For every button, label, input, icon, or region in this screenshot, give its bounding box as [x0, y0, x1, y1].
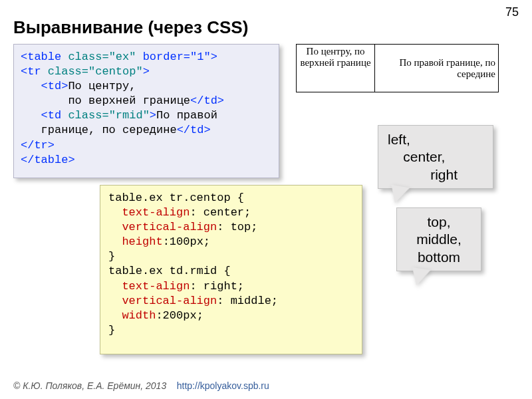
code-frag: > [150, 109, 156, 122]
code-frag: table.ex tr.centop { [108, 192, 244, 204]
code-frag: :200px; [156, 309, 203, 322]
callout-pointer [388, 185, 410, 205]
code-frag: </td> [190, 94, 224, 107]
slide-title: Выравнивание (через CSS) [13, 17, 248, 38]
code-frag: границе, по середине [21, 124, 177, 136]
code-frag: <td> [21, 80, 68, 92]
footer-authors: © К.Ю. Поляков, Е.А. Ерёмин, 2013 [13, 380, 166, 391]
code-frag: По центру, [68, 80, 136, 92]
code-frag [108, 309, 122, 322]
footer-url: http://kpolyakov.spb.ru [177, 380, 269, 391]
code-frag: text-align [122, 280, 190, 293]
code-frag: : top; [217, 221, 257, 233]
callout-pointer [410, 267, 430, 287]
code-frag: : center; [190, 206, 251, 219]
code-frag [108, 221, 122, 233]
code-frag: </table> [21, 154, 75, 166]
code-frag: table.ex td.rmid { [108, 265, 231, 277]
code-frag [108, 295, 122, 307]
code-frag: По правой [156, 109, 217, 122]
code-frag: vertical-align [122, 221, 217, 233]
code-frag [108, 280, 122, 293]
code-frag: vertical-align [122, 295, 217, 307]
code-frag: class="centop" [48, 65, 143, 78]
code-frag: } [108, 324, 115, 336]
code-frag: height [122, 235, 162, 248]
code-frag: : right; [190, 280, 244, 293]
html-code-block: <table class="ex" border="1"> <tr class=… [13, 44, 279, 178]
code-frag [108, 206, 122, 219]
code-frag: class="rmid" [68, 109, 149, 122]
callout-vertical-align: top, middle, bottom [396, 207, 481, 271]
code-frag: <table [21, 51, 68, 63]
example-row: По центру, по верхней границе По правой … [297, 45, 499, 92]
code-frag: <tr [21, 65, 48, 78]
code-frag: > [143, 65, 150, 78]
code-frag: <td [21, 109, 68, 122]
code-frag [108, 235, 122, 248]
callout-horizontal-align: left, center, right [378, 125, 493, 189]
example-cell-centop: По центру, по верхней границе [297, 45, 375, 92]
code-frag: border="1"> [136, 51, 217, 63]
code-frag: : middle; [217, 295, 278, 307]
slide-footer: © К.Ю. Поляков, Е.А. Ерёмин, 2013 http:/… [13, 380, 269, 391]
example-output-table: По центру, по верхней границе По правой … [296, 44, 499, 92]
code-frag: text-align [122, 206, 190, 219]
code-frag: } [108, 250, 115, 263]
code-frag: по верхней границе [21, 94, 190, 107]
code-frag: :100px; [163, 235, 210, 248]
css-code-block: table.ex tr.centop { text-align: center;… [100, 185, 362, 354]
slide-number: 75 [505, 5, 519, 19]
example-cell-rmid: По правой границе, по середине [375, 45, 499, 92]
code-frag: class="ex" [68, 51, 136, 63]
code-frag: </tr> [21, 139, 55, 152]
code-frag: width [122, 309, 156, 322]
code-frag: </td> [177, 124, 211, 136]
